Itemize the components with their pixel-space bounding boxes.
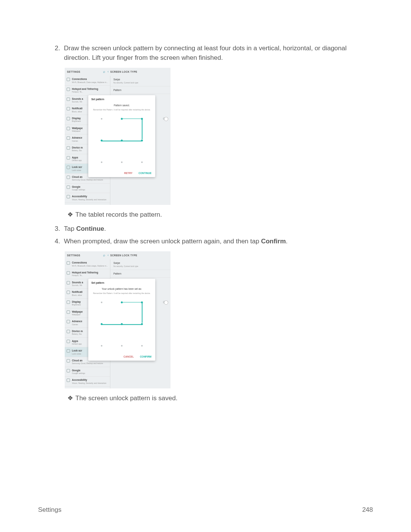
dialog-primary-button[interactable]: CONFIRM [140, 355, 151, 358]
step-2-text: Draw the screen unlock pattern by connec… [64, 44, 373, 62]
dialog-note: Remember this Pattern. It will be requir… [91, 292, 152, 295]
dialog-secondary-button[interactable]: CANCEL [124, 355, 134, 358]
dialog-primary-button[interactable]: CONTINUE [139, 171, 151, 175]
pattern-dot [121, 301, 123, 303]
dialog-note: Remember this Pattern. It will be requir… [91, 109, 152, 111]
sidebar-item: ConnectionsWi-Fi, Bluetooth, Data usage,… [65, 259, 110, 269]
lock-type-item: Swipe No security. Current lock type [110, 76, 170, 86]
step-number-2: 2. [53, 44, 64, 62]
pattern-dot [141, 118, 143, 120]
pattern-dot [121, 139, 123, 141]
pattern-dot [141, 345, 143, 347]
sidebar-item: ConnectionsWi-Fi, Bluetooth, Data usage,… [65, 76, 110, 86]
pattern-dot [121, 161, 123, 163]
pattern-dot [141, 161, 143, 163]
bullet-2-text: The screen unlock pattern is saved. [75, 394, 177, 403]
pattern-line [102, 324, 122, 325]
screenshot-1: SETTINGS ⌕ ‹ SCREEN LOCK TYPE Connection… [65, 68, 170, 205]
sidebar-item: AccessibilityVision, Hearing, Dexterity … [65, 377, 110, 387]
item-icon [67, 136, 70, 140]
item-icon [67, 379, 70, 382]
item-icon [67, 271, 70, 275]
pattern-dot [141, 139, 143, 141]
pattern-line [122, 302, 142, 303]
item-icon [67, 340, 70, 343]
pattern-dot [101, 118, 102, 120]
dialog-title: Set pattern [91, 281, 152, 284]
diamond-bullet-icon: ❖ [65, 210, 75, 220]
sidebar-item: AccessibilityVision, Hearing, Dexterity … [65, 193, 110, 203]
item-icon [67, 78, 70, 81]
step-4-text: When prompted, draw the screen unlock pa… [64, 237, 373, 246]
search-icon: ⌕ [103, 253, 105, 258]
item-icon [67, 88, 70, 91]
lock-type-item: Pattern [110, 86, 170, 94]
item-icon [67, 291, 70, 294]
dialog-message: Your unlock pattern has been set as: [91, 287, 152, 291]
item-icon [67, 107, 70, 110]
sidebar-item: Hotspot and TetheringHotspot, Te... [65, 269, 110, 279]
diamond-bullet-icon: ❖ [65, 394, 75, 403]
item-icon [67, 97, 70, 101]
back-chevron-icon: ‹ [107, 69, 108, 74]
pattern-dot [121, 345, 123, 347]
item-icon [67, 195, 70, 198]
item-icon [67, 261, 70, 265]
pattern-dot [101, 345, 102, 347]
pattern-dot [101, 161, 102, 163]
set-pattern-dialog: Set pattern Your unlock pattern has been… [88, 279, 155, 361]
pattern-dot [101, 323, 103, 325]
item-icon [67, 359, 70, 363]
item-icon [67, 117, 70, 120]
settings-header: SETTINGS [67, 70, 103, 73]
step-number-4: 4. [53, 237, 64, 246]
dialog-secondary-button[interactable]: RETRY [124, 171, 132, 175]
pattern-dot [141, 301, 143, 303]
lock-type-item: Swipe No security. Current lock type [110, 259, 170, 270]
footer-left: Settings [38, 505, 61, 515]
lock-type-item: Pattern [110, 270, 170, 278]
sidebar-item: GoogleGoogle settings [65, 184, 110, 193]
item-icon [67, 185, 70, 189]
bullet-1-text: The tablet records the pattern. [75, 210, 162, 220]
footer-page-number: 248 [362, 505, 373, 515]
item-icon [67, 166, 70, 169]
dialog-message: Pattern saved. [91, 104, 152, 107]
dialog-title: Set pattern [91, 97, 152, 101]
set-pattern-dialog: Set pattern Pattern saved. Remember this… [88, 95, 155, 177]
item-icon [67, 300, 70, 304]
item-icon [67, 156, 70, 160]
screen-lock-type-header: SCREEN LOCK TYPE [110, 70, 168, 73]
item-icon [67, 349, 70, 353]
sidebar-item: Hotspot and TetheringHotspot, Te... [65, 86, 110, 96]
item-icon [67, 369, 70, 372]
sidebar-item: GoogleGoogle settings [65, 367, 110, 377]
pattern-dot [141, 323, 143, 325]
pattern-grid [97, 113, 147, 168]
pattern-dot [121, 323, 123, 325]
item-icon [67, 176, 70, 179]
pattern-grid [97, 297, 147, 351]
item-icon [67, 330, 70, 333]
step-number-3: 3. [53, 224, 64, 234]
pattern-line [122, 324, 142, 325]
settings-header: SETTINGS [67, 254, 103, 257]
back-chevron-icon: ‹ [107, 253, 108, 258]
pattern-dot [101, 139, 103, 141]
item-icon [67, 127, 70, 130]
item-icon [67, 281, 70, 284]
pattern-line [122, 141, 142, 141]
item-icon [67, 310, 70, 314]
screen-lock-type-header: SCREEN LOCK TYPE [110, 254, 168, 257]
search-icon: ⌕ [103, 69, 105, 74]
pattern-dot [121, 118, 123, 120]
pattern-line [142, 119, 143, 139]
pattern-line [102, 141, 122, 141]
pattern-line [122, 118, 142, 119]
item-icon [67, 320, 70, 323]
step-3-text: Tap Continue. [64, 224, 373, 234]
screenshot-2: SETTINGS ⌕ ‹ SCREEN LOCK TYPE Connection… [65, 251, 170, 388]
pattern-dot [101, 302, 102, 303]
item-icon [67, 146, 70, 150]
pattern-line [142, 303, 143, 323]
